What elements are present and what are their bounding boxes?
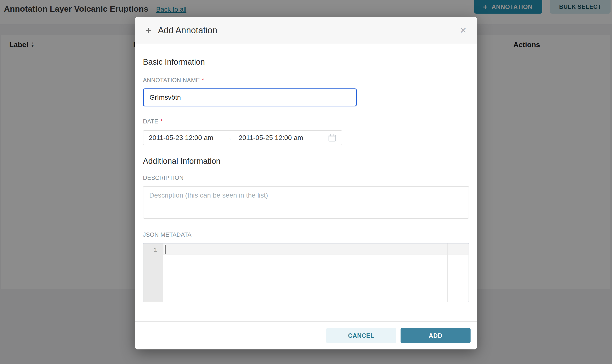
json-metadata-label: JSON METADATA	[143, 231, 469, 238]
section-basic-information: Basic Information	[143, 57, 469, 66]
plus-icon: +	[145, 25, 152, 36]
description-label: DESCRIPTION	[143, 174, 469, 181]
editor-text-cursor	[165, 245, 166, 254]
add-button[interactable]: ADD	[401, 328, 470, 343]
editor-line-number: 1	[143, 246, 163, 255]
modal-title: Add Annotation	[158, 25, 217, 36]
annotation-name-label: ANNOTATION NAME*	[143, 77, 469, 84]
section-additional-information: Additional Information	[143, 156, 469, 166]
annotation-name-input[interactable]	[143, 89, 357, 106]
date-label: DATE*	[143, 118, 469, 125]
description-textarea[interactable]	[143, 186, 469, 219]
editor-active-line	[163, 244, 469, 255]
json-editor[interactable]: 1	[143, 243, 469, 302]
required-asterisk: *	[160, 118, 163, 125]
cancel-button[interactable]: CANCEL	[326, 328, 396, 343]
date-range-start[interactable]: 2011-05-23 12:00 am	[149, 134, 213, 142]
calendar-icon	[328, 134, 336, 142]
required-asterisk: *	[202, 77, 204, 83]
editor-gutter: 1	[143, 244, 163, 302]
date-range-picker[interactable]: 2011-05-23 12:00 am → 2011-05-25 12:00 a…	[143, 130, 342, 145]
close-icon[interactable]: ✕	[460, 26, 467, 35]
annotation-name-label-text: ANNOTATION NAME	[143, 77, 200, 83]
date-range-end[interactable]: 2011-05-25 12:00 am	[239, 134, 303, 142]
arrow-right-icon: →	[225, 134, 232, 142]
modal-body: Basic Information ANNOTATION NAME* DATE*…	[135, 44, 477, 321]
editor-print-margin	[447, 244, 448, 302]
add-annotation-modal: + Add Annotation ✕ Basic Information ANN…	[135, 17, 477, 350]
modal-footer: CANCEL ADD	[135, 321, 477, 350]
modal-header: + Add Annotation ✕	[135, 17, 477, 44]
date-label-text: DATE	[143, 118, 158, 125]
